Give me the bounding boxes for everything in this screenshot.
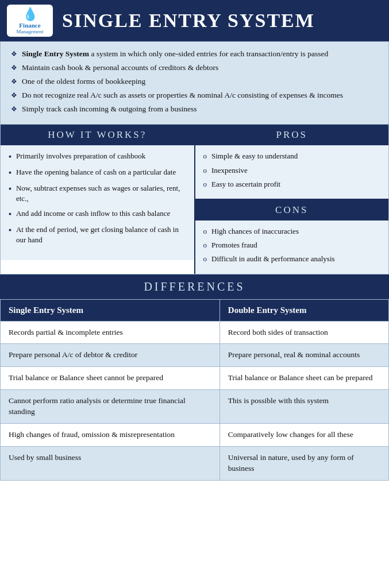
how-it-works-heading: HOW IT WORKS?	[1, 125, 194, 145]
pros-heading: PROS	[195, 125, 389, 145]
intro-item-2: Maintain cash book & personal accounts o…	[11, 63, 378, 74]
cell-r5-c0: Used by small business	[1, 446, 220, 480]
pros-section: PROS Simple & easy to understand Inexpen…	[195, 125, 389, 200]
cell-r5-c1: Universal in nature, used by any form of…	[219, 446, 388, 480]
pros-cons-panel: PROS Simple & easy to understand Inexpen…	[195, 125, 389, 273]
cons-item-1: High chances of inaccuracies	[203, 226, 381, 237]
table-row: Records partial & incomplete entriesReco…	[1, 321, 389, 344]
how-it-works-panel: HOW IT WORKS? Primarily involves prepara…	[1, 125, 195, 273]
cons-item-2: Promotes fraud	[203, 240, 381, 250]
differences-body: Records partial & incomplete entriesReco…	[1, 321, 389, 480]
how-it-works-content: Primarily involves preparation of cashbo…	[1, 145, 194, 260]
pros-list: Simple & easy to understand Inexpensive …	[203, 151, 381, 189]
intro-section: Single Entry System a system in which on…	[0, 41, 389, 125]
intro-item-text-5: Simply track cash incoming & outgoing fr…	[22, 104, 197, 115]
how-item-2: Have the opening balance of cash on a pa…	[9, 167, 186, 179]
cell-r2-c0: Trial balance or Balance sheet cannot be…	[1, 367, 220, 390]
logo-management: Management	[17, 29, 44, 34]
intro-item-text-1: Single Entry System a system in which on…	[22, 49, 328, 60]
middle-section: HOW IT WORKS? Primarily involves prepara…	[0, 125, 389, 274]
table-row: Used by small businessUniversal in natur…	[1, 446, 389, 480]
how-item-4: And add income or cash inflow to this ca…	[9, 208, 186, 220]
intro-item-text-3: One of the oldest forms of bookkeeping	[22, 76, 145, 87]
table-header-row: Single Entry System Double Entry System	[1, 299, 389, 321]
intro-list: Single Entry System a system in which on…	[11, 49, 378, 114]
intro-item-1: Single Entry System a system in which on…	[11, 49, 378, 60]
intro-item-5: Simply track cash incoming & outgoing fr…	[11, 104, 378, 115]
pros-content: Simple & easy to understand Inexpensive …	[195, 145, 389, 200]
cons-content: High chances of inaccuracies Promotes fr…	[195, 220, 389, 274]
how-item-3: Now, subtract expenses such as wages or …	[9, 183, 186, 204]
differences-heading: DIFFERENCES	[0, 274, 389, 299]
cell-r4-c1: Comparatively low changes for all these	[219, 424, 388, 447]
col1-header: Single Entry System	[1, 299, 220, 321]
table-row: Trial balance or Balance sheet cannot be…	[1, 367, 389, 390]
differences-table: Single Entry System Double Entry System …	[0, 299, 389, 481]
cell-r4-c0: High changes of fraud, omission & misrep…	[1, 424, 220, 447]
how-item-5: At the end of period, we get closing bal…	[9, 225, 186, 245]
cell-r3-c1: This is possible with this system	[219, 390, 388, 424]
pros-item-2: Inexpensive	[203, 165, 381, 176]
col2-header: Double Entry System	[219, 299, 388, 321]
cons-heading: CONS	[195, 200, 389, 220]
how-it-works-list: Primarily involves preparation of cashbo…	[9, 151, 186, 245]
logo: 💧 Finance Management	[7, 5, 53, 37]
cell-r0-c0: Records partial & incomplete entries	[1, 321, 220, 344]
table-row: High changes of fraud, omission & misrep…	[1, 424, 389, 447]
table-row: Prepare personal A/c of debtor & credito…	[1, 344, 389, 367]
logo-icon: 💧	[22, 7, 38, 22]
table-row: Cannot perform ratio analysis or determi…	[1, 390, 389, 424]
cons-section: CONS High chances of inaccuracies Promot…	[195, 200, 389, 274]
cell-r1-c1: Prepare personal, real & nominal account…	[219, 344, 388, 367]
logo-finance: Finance	[19, 22, 40, 29]
page-title: SINGLE ENTRY SYSTEM	[62, 10, 315, 32]
intro-item-text-4: Do not recognize real A/c such as assets…	[22, 90, 343, 101]
cell-r1-c0: Prepare personal A/c of debtor & credito…	[1, 344, 220, 367]
intro-item-3: One of the oldest forms of bookkeeping	[11, 76, 378, 87]
how-item-1: Primarily involves preparation of cashbo…	[9, 151, 186, 163]
cell-r2-c1: Trial balance or Balance sheet can be pr…	[219, 367, 388, 390]
pros-item-3: Easy to ascertain profit	[203, 179, 381, 189]
cell-r3-c0: Cannot perform ratio analysis or determi…	[1, 390, 220, 424]
pros-item-1: Simple & easy to understand	[203, 151, 381, 161]
cons-list: High chances of inaccuracies Promotes fr…	[203, 226, 381, 265]
intro-item-text-2: Maintain cash book & personal accounts o…	[22, 63, 218, 74]
cons-item-3: Difficult in audit & performance analysi…	[203, 254, 381, 264]
header: 💧 Finance Management SINGLE ENTRY SYSTEM	[0, 0, 389, 41]
cell-r0-c1: Record both sides of transaction	[219, 321, 388, 344]
intro-item-4: Do not recognize real A/c such as assets…	[11, 90, 378, 101]
